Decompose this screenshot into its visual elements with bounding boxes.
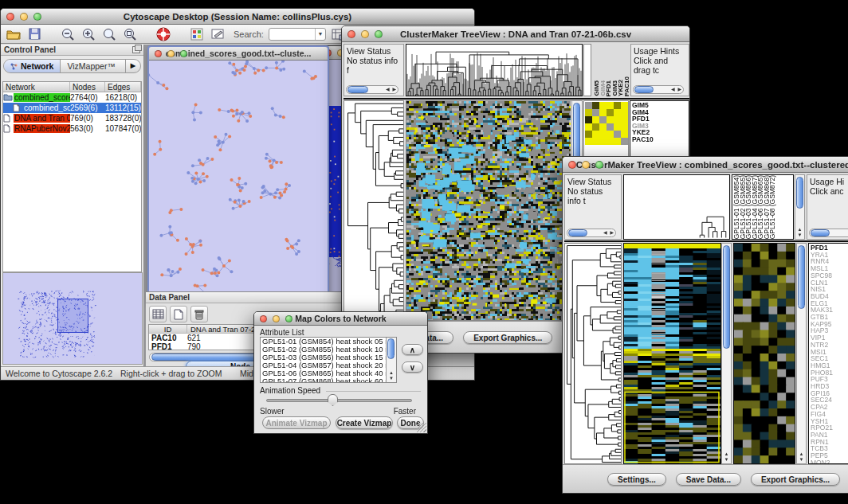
scroll-thumb[interactable] [723,245,730,349]
gene-label[interactable]: PAC10 [632,136,689,143]
zoom-heatmap-pane[interactable] [733,243,795,464]
select-attributes-icon[interactable] [149,306,167,322]
col-id[interactable]: ID [149,325,187,333]
scroll-arrows[interactable]: ▲▼ [387,370,396,381]
column-dendrogram-pane[interactable] [406,44,583,96]
mini-heatmap-cell[interactable] [599,109,607,116]
row-dendrogram-canvas[interactable] [344,101,403,320]
tab-vizmapper[interactable]: VizMapper™ [61,60,122,72]
column-dendrogram-canvas[interactable] [406,45,582,96]
zoom-button[interactable] [595,161,603,169]
mini-heatmap-cell[interactable] [621,116,628,123]
treeview-dna-titlebar[interactable]: ClusterMaker TreeView : DNA and Tran 07-… [342,26,689,42]
mini-heatmap-cell[interactable] [585,109,592,116]
attribute-list-vscrollbar[interactable]: ▲▼ [386,338,396,382]
mini-heatmap-cell[interactable] [592,138,599,145]
vizmapper-icon[interactable] [189,26,205,41]
mini-heatmap-cell[interactable] [621,123,628,131]
labels-vscrollbar[interactable]: ▲▼ [795,174,805,240]
dialog-titlebar[interactable]: Map Colors to Network [254,312,427,326]
speed-slider-knob[interactable] [328,394,338,406]
open-icon[interactable] [6,26,22,41]
close-button[interactable] [155,50,162,57]
save-icon[interactable] [26,26,42,41]
zoom-button[interactable] [375,30,383,38]
zoom-out-icon[interactable] [60,26,76,41]
mini-heatmap-cell[interactable] [599,131,607,138]
footer-button-export-graphics-[interactable]: Export Graphics... [751,473,840,486]
mini-heatmap-cell[interactable] [607,116,614,123]
mini-heatmap-cell[interactable] [592,116,599,123]
minimize-button[interactable] [273,315,280,322]
scroll-thumb[interactable] [796,177,803,209]
mini-heatmap-cell[interactable] [607,123,614,131]
status-hscrollbar[interactable]: ◀ ▶ [567,229,616,237]
row-dendrogram-pane[interactable] [564,243,622,464]
mini-heatmap-cell[interactable] [599,123,607,131]
minimize-button[interactable] [167,50,175,57]
mini-heatmap-cell[interactable] [621,109,628,116]
mini-heatmap-cell[interactable] [599,138,607,145]
move-up-button[interactable]: ∧ [402,344,423,355]
mini-heatmap-cell[interactable] [607,102,614,109]
zoom-selected-icon[interactable] [101,26,117,41]
mini-heatmap-cell[interactable] [621,102,628,109]
new-attribute-icon[interactable] [170,306,187,322]
close-button[interactable] [347,30,355,38]
heatmap-canvas[interactable] [406,101,571,320]
mini-heatmap-cell[interactable] [607,138,614,145]
search-input[interactable]: ▼ [269,28,326,41]
col-edges[interactable]: Edges [105,82,141,92]
mini-heatmap-cell[interactable] [607,109,614,116]
treeview-combined-titlebar[interactable]: ClusterMaker TreeView : combined_scores_… [563,157,848,173]
mini-heatmap-cell[interactable] [614,109,621,116]
heatmap-pane[interactable]: ▲▼ [406,100,583,321]
scroll-thumb[interactable] [634,86,654,93]
close-button[interactable] [6,13,14,21]
network-table-row[interactable]: DNA and Tran 07769(0)183728(0) [3,113,141,123]
footer-button-settings-[interactable]: Settings... [607,473,666,486]
zoom-heatmap-canvas[interactable] [734,244,795,463]
attribute-item[interactable]: GPL51-07 (GSM868) heat shock 60 min [262,377,396,383]
move-down-button[interactable]: ∨ [402,361,423,373]
mini-heatmap-cell[interactable] [585,131,592,138]
scroll-thumb[interactable] [568,229,587,236]
network-table-header[interactable]: Network Nodes Edges [3,82,141,92]
heatmap-canvas[interactable] [624,244,720,463]
mini-heatmap-cell[interactable] [585,102,592,109]
hints-hscrollbar[interactable]: ◀ ▶ [633,85,684,94]
network-table-row[interactable]: combined_sco2569(6)13112(15) [3,103,141,113]
column-label[interactable]: GPL51-08 (GSM872) [770,175,776,239]
close-button[interactable] [568,161,576,169]
col-network[interactable]: Network [3,82,70,92]
mini-heatmap[interactable] [585,102,628,145]
mini-heatmap-cell[interactable] [614,116,621,123]
network-overview-canvas[interactable] [2,272,143,365]
network-table-row[interactable]: combined_scores2764(0)16218(0) [3,92,141,103]
column-label[interactable]: PAC10 [624,76,630,96]
status-hscrollbar[interactable]: ◀ ▶ [346,85,398,94]
scroll-arrows[interactable]: ▲▼ [797,451,806,463]
column-dendrogram-pane[interactable] [623,174,730,240]
mini-heatmap-cell[interactable] [592,109,599,116]
scroll-arrows[interactable]: ◀ ▶ [603,229,614,236]
annotation-icon[interactable] [210,26,226,41]
mini-heatmap-cell[interactable] [599,102,607,109]
help-icon[interactable] [155,26,171,41]
column-dendrogram-canvas[interactable] [624,175,729,239]
mini-heatmap-cell[interactable] [621,131,628,138]
row-dendrogram-canvas[interactable] [565,244,621,463]
footer-button-save-data-[interactable]: Save Data... [676,473,741,486]
search-dropdown-icon[interactable]: ▼ [315,29,325,40]
mini-heatmap-cell[interactable] [614,123,621,131]
minimize-button[interactable] [361,30,369,38]
scroll-thumb[interactable] [811,229,830,236]
create-vizmap-button[interactable]: Create Vizmap [336,416,393,429]
network-table-row[interactable]: RNAPuberNov2+563(0)107847(0) [3,123,141,134]
zoom-button[interactable] [33,13,41,21]
scroll-arrows[interactable]: ▲▼ [722,451,731,463]
mini-heatmap-cell[interactable] [592,131,599,138]
close-button[interactable] [260,315,267,322]
scroll-arrows[interactable]: ◀ ▶ [671,86,682,93]
heatmap-pane[interactable] [623,243,721,464]
